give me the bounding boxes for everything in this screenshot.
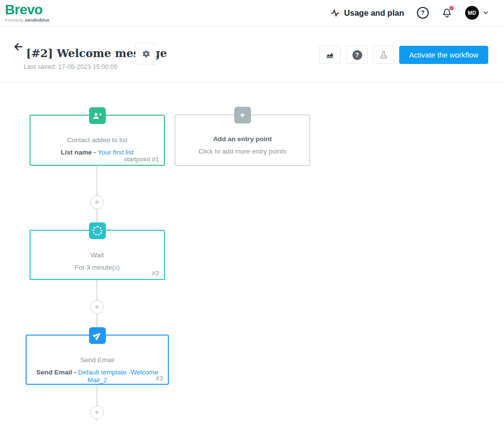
last-saved-timestamp: Last saved: 17-05-2023 15:00:05: [24, 63, 118, 70]
list-link[interactable]: Your first list: [97, 149, 133, 156]
workflow-canvas[interactable]: + + + Contact added to list List name - …: [0, 83, 504, 433]
activity-icon: [330, 8, 340, 18]
node-add-entry-point[interactable]: + Add an entry point Click to add more e…: [175, 115, 310, 166]
usage-and-plan-label: Usage and plan: [344, 8, 404, 18]
plus-glyph: +: [94, 302, 99, 312]
flask-icon: [379, 50, 388, 60]
chevron-down-icon[interactable]: [482, 9, 489, 16]
add-step-button[interactable]: +: [90, 195, 104, 209]
documentation-button[interactable]: ?: [346, 46, 368, 64]
send-icon: [89, 327, 106, 344]
plus-icon: +: [234, 107, 251, 124]
back-button[interactable]: [13, 41, 24, 52]
plus-glyph: +: [240, 111, 245, 120]
node-subtitle: Click to add more entry points: [175, 148, 310, 155]
node-badge: #2: [152, 270, 159, 277]
test-workflow-button[interactable]: [373, 46, 394, 64]
node-badge: #3: [156, 374, 163, 382]
plus-glyph: +: [94, 407, 99, 417]
node-title: Add an entry point: [175, 135, 310, 143]
spinner-icon: [89, 222, 106, 239]
question-circle-icon: ?: [352, 50, 362, 60]
node-contact-added-to-list[interactable]: Contact added to list List name - Your f…: [30, 115, 165, 166]
statistics-button[interactable]: [319, 46, 341, 64]
node-title: Send Email: [27, 356, 168, 364]
add-step-button[interactable]: +: [90, 405, 104, 419]
formerly-label: Formerly: [5, 17, 25, 23]
user-plus-icon: [89, 107, 106, 124]
notifications-bell-icon[interactable]: [441, 7, 452, 19]
gear-icon: [141, 49, 151, 59]
brevo-logo-text: Brevo: [5, 2, 49, 17]
top-navigation-bar: Brevo Formerly sendinblue Usage and plan…: [0, 0, 504, 26]
plus-glyph: +: [94, 197, 99, 207]
topbar-right-cluster: Usage and plan ? MD: [330, 0, 489, 26]
node-badge: startpoint #1: [124, 155, 159, 163]
node-subtitle: For 3 minute(s): [31, 264, 164, 272]
node-detail: Send Email - Default template -Welcome M…: [27, 369, 168, 384]
notification-dot: [449, 6, 454, 10]
activate-workflow-button[interactable]: Activate the workflow: [399, 46, 488, 64]
usage-and-plan-link[interactable]: Usage and plan: [330, 8, 404, 18]
node-send-email[interactable]: Send Email Send Email - Default template…: [26, 335, 169, 385]
brevo-logo-tagline: Formerly sendinblue: [5, 17, 49, 23]
chart-icon: [325, 50, 335, 60]
add-step-button[interactable]: +: [90, 300, 104, 314]
template-link[interactable]: Default template -Welcome Mail_2: [78, 369, 158, 384]
node-wait[interactable]: Wait For 3 minute(s) #2: [30, 230, 165, 280]
sendinblue-label: sendinblue: [25, 17, 49, 23]
help-glyph: ?: [421, 9, 424, 16]
workflow-settings-button[interactable]: [135, 43, 156, 64]
account-menu[interactable]: MD: [465, 6, 489, 20]
brevo-logo[interactable]: Brevo Formerly sendinblue: [5, 2, 49, 23]
node-title: Wait: [31, 251, 164, 259]
question-glyph: ?: [355, 51, 359, 59]
avatar[interactable]: MD: [465, 6, 479, 20]
node-detail-label: List name -: [61, 149, 97, 156]
help-icon[interactable]: ?: [417, 7, 429, 19]
node-title: Contact added to list: [31, 136, 164, 144]
node-detail-label: Send Email -: [36, 369, 78, 376]
